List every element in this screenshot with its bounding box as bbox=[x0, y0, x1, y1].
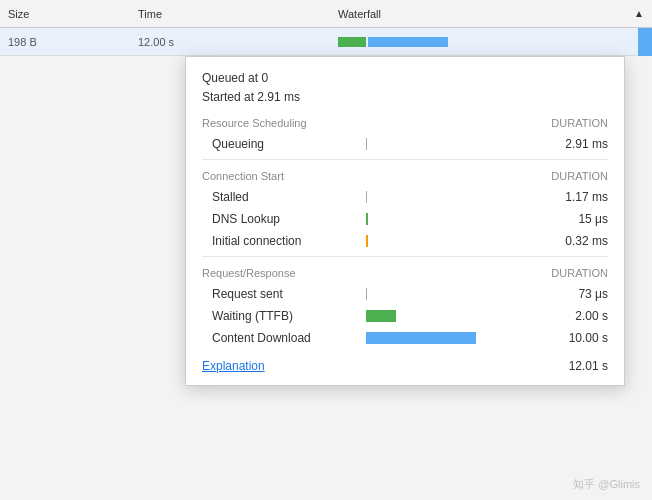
request-sent-value: 73 μs bbox=[528, 287, 608, 301]
watermark: 知乎 @Glimis bbox=[573, 477, 640, 492]
content-download-row: Content Download 10.00 s bbox=[202, 327, 608, 349]
request-response-header: Request/Response DURATION bbox=[202, 267, 608, 279]
queueing-tick bbox=[366, 138, 367, 150]
resource-scheduling-title: Resource Scheduling bbox=[202, 117, 307, 129]
popup-footer: Explanation 12.01 s bbox=[202, 359, 608, 373]
content-download-value: 10.00 s bbox=[528, 331, 608, 345]
timing-popup: Queued at 0 Started at 2.91 ms Resource … bbox=[185, 56, 625, 386]
blue-indicator-bar bbox=[638, 28, 652, 56]
waiting-ttfb-bar bbox=[362, 310, 528, 322]
waiting-ttfb-value: 2.00 s bbox=[528, 309, 608, 323]
waterfall-blue-bar bbox=[368, 37, 448, 47]
request-response-duration-label: DURATION bbox=[551, 267, 608, 279]
dns-lookup-label: DNS Lookup bbox=[202, 212, 362, 226]
explanation-link[interactable]: Explanation bbox=[202, 359, 265, 373]
stalled-label: Stalled bbox=[202, 190, 362, 204]
connection-start-header: Connection Start DURATION bbox=[202, 170, 608, 182]
waiting-ttfb-label: Waiting (TTFB) bbox=[202, 309, 362, 323]
initial-connection-tick bbox=[366, 235, 368, 247]
request-sent-bar bbox=[362, 288, 528, 300]
table-row[interactable]: 198 B 12.00 s bbox=[0, 28, 652, 56]
queueing-label: Queueing bbox=[202, 137, 362, 151]
dns-lookup-row: DNS Lookup 15 μs bbox=[202, 208, 608, 230]
queueing-value: 2.91 ms bbox=[528, 137, 608, 151]
request-sent-label: Request sent bbox=[202, 287, 362, 301]
initial-connection-row: Initial connection 0.32 ms bbox=[202, 230, 608, 252]
row-time: 12.00 s bbox=[130, 36, 330, 48]
request-sent-row: Request sent 73 μs bbox=[202, 283, 608, 305]
col-size-header: Size bbox=[0, 8, 130, 20]
dns-lookup-value: 15 μs bbox=[528, 212, 608, 226]
dns-lookup-bar bbox=[362, 213, 528, 225]
initial-connection-value: 0.32 ms bbox=[528, 234, 608, 248]
waterfall-green-bar bbox=[338, 37, 366, 47]
queueing-bar bbox=[362, 138, 528, 150]
stalled-bar bbox=[362, 191, 528, 203]
table-header: Size Time Waterfall ▲ bbox=[0, 0, 652, 28]
col-time-header: Time bbox=[130, 8, 330, 20]
divider-1 bbox=[202, 159, 608, 160]
content-download-bar bbox=[362, 332, 528, 344]
initial-connection-label: Initial connection bbox=[202, 234, 362, 248]
waterfall-label: Waterfall bbox=[338, 8, 381, 20]
connection-start-duration-label: DURATION bbox=[551, 170, 608, 182]
initial-connection-bar bbox=[362, 235, 528, 247]
waiting-ttfb-green-block bbox=[366, 310, 396, 322]
stalled-tick bbox=[366, 191, 367, 203]
content-download-blue-block bbox=[366, 332, 476, 344]
stalled-value: 1.17 ms bbox=[528, 190, 608, 204]
waiting-ttfb-row: Waiting (TTFB) 2.00 s bbox=[202, 305, 608, 327]
queueing-row: Queueing 2.91 ms bbox=[202, 133, 608, 155]
started-at-text: Started at 2.91 ms bbox=[202, 88, 608, 107]
content-download-label: Content Download bbox=[202, 331, 362, 345]
row-size: 198 B bbox=[0, 36, 130, 48]
popup-header: Queued at 0 Started at 2.91 ms bbox=[202, 69, 608, 107]
divider-2 bbox=[202, 256, 608, 257]
resource-scheduling-header: Resource Scheduling DURATION bbox=[202, 117, 608, 129]
col-waterfall-header: Waterfall ▲ bbox=[330, 8, 652, 20]
dns-lookup-tick bbox=[366, 213, 368, 225]
stalled-row: Stalled 1.17 ms bbox=[202, 186, 608, 208]
row-waterfall bbox=[330, 37, 652, 47]
sort-arrow-icon[interactable]: ▲ bbox=[634, 8, 644, 19]
request-sent-tick bbox=[366, 288, 367, 300]
request-response-title: Request/Response bbox=[202, 267, 296, 279]
resource-scheduling-duration-label: DURATION bbox=[551, 117, 608, 129]
queued-at-text: Queued at 0 bbox=[202, 69, 608, 88]
footer-total-value: 12.01 s bbox=[569, 359, 608, 373]
connection-start-title: Connection Start bbox=[202, 170, 284, 182]
